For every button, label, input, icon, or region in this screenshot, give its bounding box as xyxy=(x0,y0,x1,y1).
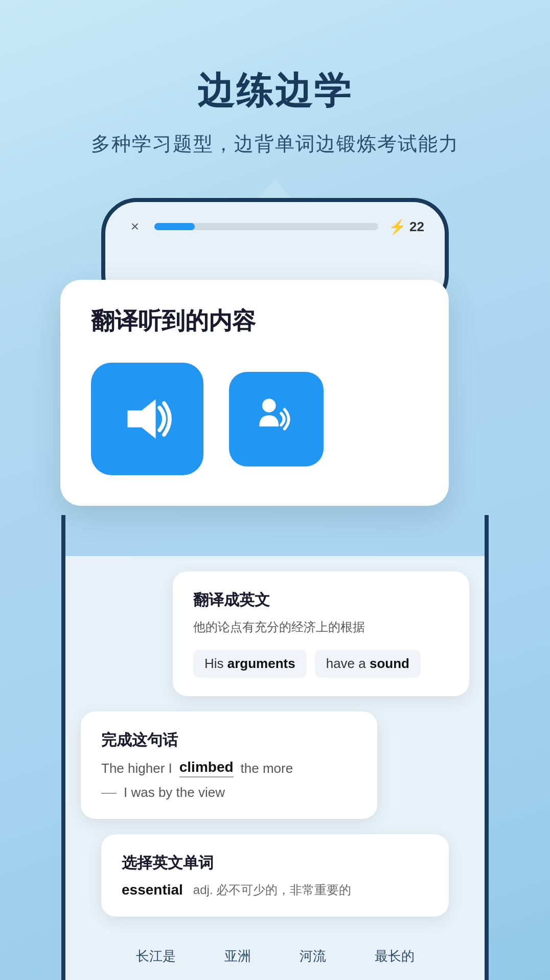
progress-bar xyxy=(154,223,378,230)
translate-card-title: 翻译听到的内容 xyxy=(91,305,418,337)
audio-buttons-row xyxy=(91,363,418,475)
word-climbed: climbed xyxy=(179,759,234,777)
phone-top-bar: × ⚡ 22 xyxy=(121,212,429,243)
word-the-more: the more xyxy=(241,761,293,776)
score-value: 22 xyxy=(409,219,424,235)
complete-card-title: 完成这句话 xyxy=(101,730,357,751)
side-bar-left xyxy=(61,515,65,556)
subtitle: 多种学习题型，边背单词边锻炼考试能力 xyxy=(0,131,550,157)
page-container: 边练边学 多种学习题型，边背单词边锻炼考试能力 × ⚡ 22 翻译听到的内容 xyxy=(0,0,550,980)
word-the-higher: The higher I xyxy=(101,761,172,776)
close-button[interactable]: × xyxy=(126,217,144,236)
svg-point-1 xyxy=(262,398,276,412)
sentence-line-1: The higher I climbed the more xyxy=(101,759,357,777)
bottom-word-3: 河流 xyxy=(300,947,326,965)
main-title: 边练边学 xyxy=(0,66,550,116)
bottom-word-list: 长江是 亚洲 河流 最长的 xyxy=(81,927,469,980)
word-chip-1[interactable]: His arguments xyxy=(193,650,307,678)
score-badge: ⚡ 22 xyxy=(388,218,424,235)
sentence-line-2: I was by the view xyxy=(101,785,357,800)
translate-en-card: 翻译成英文 他的论点有充分的经济上的根据 His arguments have … xyxy=(173,571,469,696)
bold-word-sound: sound xyxy=(370,656,409,671)
bold-word-arguments: arguments xyxy=(227,656,295,671)
speaker-button[interactable] xyxy=(91,363,203,475)
select-word-card: 选择英文单词 essential adj. 必不可少的，非常重要的 xyxy=(101,834,449,917)
phone-frame-lower: 翻译成英文 他的论点有充分的经济上的根据 His arguments have … xyxy=(61,556,489,980)
progress-fill xyxy=(154,223,195,230)
person-speaker-icon xyxy=(252,395,301,443)
speaker-icon xyxy=(119,391,175,447)
svg-marker-0 xyxy=(128,399,156,439)
word-definition: adj. 必不可少的，非常重要的 xyxy=(193,882,351,898)
complete-sentence-card: 完成这句话 The higher I climbed the more I wa… xyxy=(81,711,377,819)
translate-card: 翻译听到的内容 xyxy=(60,280,449,506)
bottom-word-2: 亚洲 xyxy=(224,947,251,965)
side-bar-right xyxy=(485,515,489,556)
translate-en-title: 翻译成英文 xyxy=(193,590,449,611)
vocabulary-word: essential xyxy=(122,882,183,898)
bottom-word-1: 长江是 xyxy=(136,947,176,965)
lightning-icon: ⚡ xyxy=(388,218,406,235)
bottom-word-4: 最长的 xyxy=(375,947,415,965)
phone-area: × ⚡ 22 翻译听到的内容 xyxy=(81,198,469,310)
word-chips-row: His arguments have a sound xyxy=(193,650,449,678)
lower-section: 翻译成英文 他的论点有充分的经济上的根据 His arguments have … xyxy=(0,556,550,980)
blank-space xyxy=(101,792,117,794)
word-chip-2[interactable]: have a sound xyxy=(315,650,421,678)
chinese-source-text: 他的论点有充分的经济上的根据 xyxy=(193,619,449,635)
sentence-rest: I was by the view xyxy=(124,785,225,800)
select-card-title: 选择英文单词 xyxy=(122,853,428,874)
word-definition-row: essential adj. 必不可少的，非常重要的 xyxy=(122,882,428,898)
header-section: 边练边学 多种学习题型，边背单词边锻炼考试能力 xyxy=(0,0,550,157)
person-speaker-button[interactable] xyxy=(229,372,324,466)
